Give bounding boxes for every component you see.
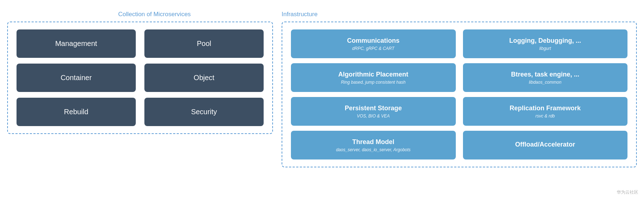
infra-card-6: Thread Modeldaos_server, daos_io_server,… <box>291 131 456 159</box>
infra-card-title-7: Offload/Accelerator <box>515 141 575 148</box>
right-panel: Infrastructure CommunicationsdRPC, gRPC … <box>282 11 637 167</box>
ms-grid: ManagementPoolContainerObjectRebuildSecu… <box>17 29 264 126</box>
left-panel: Collection of Microservices ManagementPo… <box>7 11 273 134</box>
infra-card-title-3: Btrees, task engine, ... <box>511 71 579 78</box>
watermark: 华为云社区 <box>617 189 638 195</box>
infra-card-subtitle-0: dRPC, gRPC & CART <box>352 46 394 51</box>
main-container: Collection of Microservices ManagementPo… <box>7 7 637 192</box>
infra-card-subtitle-3: libdaos_common <box>529 80 561 85</box>
infra-card-subtitle-6: daos_server, daos_io_server, Argobots <box>336 147 411 152</box>
ms-card-4: Rebuild <box>17 98 136 126</box>
infra-box: CommunicationsdRPC, gRPC & CARTLogging, … <box>282 22 637 167</box>
infra-card-0: CommunicationsdRPC, gRPC & CART <box>291 29 456 58</box>
infra-card-title-6: Thread Model <box>352 138 394 146</box>
ms-card-5: Security <box>144 98 264 126</box>
ms-card-3: Object <box>144 64 264 92</box>
right-title: Infrastructure <box>282 11 637 18</box>
infra-grid: CommunicationsdRPC, gRPC & CARTLogging, … <box>291 29 627 159</box>
microservices-box: ManagementPoolContainerObjectRebuildSecu… <box>7 22 273 134</box>
infra-card-title-4: Persistent Storage <box>345 105 402 112</box>
infra-card-title-5: Replication Framework <box>510 105 581 112</box>
infra-card-title-0: Communications <box>347 37 399 45</box>
infra-card-title-2: Algorithmic Placement <box>338 71 408 78</box>
infra-card-3: Btrees, task engine, ...libdaos_common <box>463 63 628 92</box>
infra-card-4: Persistent StorageVOS, BIO & VEA <box>291 97 456 126</box>
infra-card-title-1: Logging, Debugging, ... <box>509 37 581 45</box>
infra-card-subtitle-1: libgurt <box>539 46 551 51</box>
infra-card-1: Logging, Debugging, ...libgurt <box>463 29 628 58</box>
ms-card-2: Container <box>17 64 136 92</box>
left-title: Collection of Microservices <box>89 11 191 18</box>
infra-card-subtitle-5: rsvc & rdb <box>536 114 555 119</box>
infra-card-5: Replication Frameworkrsvc & rdb <box>463 97 628 126</box>
infra-card-2: Algorithmic PlacementRing based, jump co… <box>291 63 456 92</box>
infra-card-subtitle-4: VOS, BIO & VEA <box>357 114 390 119</box>
infra-card-subtitle-2: Ring based, jump consistent hash <box>341 80 406 85</box>
ms-card-1: Pool <box>144 29 264 58</box>
infra-card-7: Offload/Accelerator <box>463 131 628 159</box>
ms-card-0: Management <box>17 29 136 58</box>
